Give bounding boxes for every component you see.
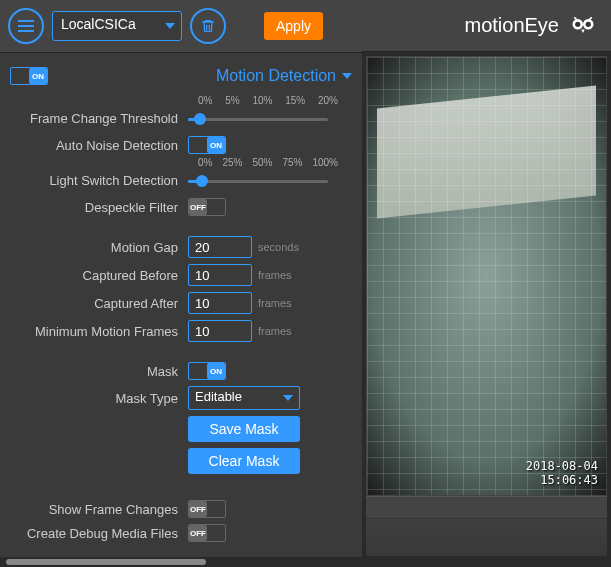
mask-label: Mask <box>8 364 188 379</box>
despeckle-filter-label: Despeckle Filter <box>8 200 188 215</box>
chevron-down-icon <box>283 395 293 401</box>
trash-icon <box>200 18 216 34</box>
chevron-down-icon <box>342 73 352 79</box>
motion-gap-label: Motion Gap <box>8 240 188 255</box>
unit-seconds: seconds <box>258 241 299 253</box>
show-frame-changes-label: Show Frame Changes <box>8 502 188 517</box>
minimum-motion-frames-label: Minimum Motion Frames <box>8 324 188 339</box>
owl-icon <box>569 12 597 40</box>
section-enable-toggle[interactable]: ON <box>10 67 48 85</box>
settings-header: LocalCSICa Apply <box>0 0 362 53</box>
mask-toggle[interactable]: ON <box>188 362 226 380</box>
light-switch-detection-slider[interactable] <box>188 174 328 188</box>
motion-detection-section-header[interactable]: ON Motion Detection <box>8 53 354 95</box>
brand-header: motionEye <box>362 0 611 52</box>
horizontal-scrollbar[interactable] <box>0 557 362 567</box>
light-switch-ticks: 0%25%50%75%100% <box>198 157 338 168</box>
frame-change-threshold-label: Frame Change Threshold <box>8 111 188 126</box>
auto-noise-detection-label: Auto Noise Detection <box>8 138 188 153</box>
create-debug-media-toggle[interactable]: OFF <box>188 524 226 542</box>
unit-frames: frames <box>258 325 292 337</box>
captured-before-label: Captured Before <box>8 268 188 283</box>
unit-frames: frames <box>258 297 292 309</box>
apply-button[interactable]: Apply <box>264 12 323 40</box>
delete-camera-button[interactable] <box>190 8 226 44</box>
frame-change-threshold-slider[interactable] <box>188 112 328 126</box>
create-debug-media-label: Create Debug Media Files <box>8 526 188 541</box>
brand-title: motionEye <box>465 14 560 37</box>
captured-before-input[interactable] <box>188 264 252 286</box>
camera-selector[interactable]: LocalCSICa <box>52 11 182 41</box>
settings-body: ON Motion Detection 0%5%10%15%20% Frame … <box>0 53 362 557</box>
mask-type-label: Mask Type <box>8 391 188 406</box>
menu-button[interactable] <box>8 8 44 44</box>
light-switch-detection-label: Light Switch Detection <box>8 173 188 188</box>
svg-point-2 <box>575 21 580 26</box>
chevron-down-icon <box>165 23 175 29</box>
mask-grid-overlay <box>367 57 606 495</box>
preview-timestamp: 2018-08-04 15:06:43 <box>526 459 598 487</box>
mask-type-select[interactable]: Editable <box>188 386 300 410</box>
auto-noise-detection-toggle[interactable]: ON <box>188 136 226 154</box>
show-frame-changes-toggle[interactable]: OFF <box>188 500 226 518</box>
minimum-motion-frames-input[interactable] <box>188 320 252 342</box>
preview-controls-panel <box>366 496 607 556</box>
despeckle-filter-toggle[interactable]: OFF <box>188 198 226 216</box>
svg-point-3 <box>586 21 591 26</box>
motion-gap-input[interactable] <box>188 236 252 258</box>
scrollbar-thumb[interactable] <box>6 559 206 565</box>
threshold-ticks: 0%5%10%15%20% <box>198 95 338 106</box>
captured-after-input[interactable] <box>188 292 252 314</box>
section-title: Motion Detection <box>216 67 336 85</box>
save-mask-button[interactable]: Save Mask <box>188 416 300 442</box>
unit-frames: frames <box>258 269 292 281</box>
captured-after-label: Captured After <box>8 296 188 311</box>
camera-preview-area: 2018-08-04 15:06:43 <box>362 52 611 567</box>
camera-preview[interactable]: 2018-08-04 15:06:43 <box>366 56 607 496</box>
clear-mask-button[interactable]: Clear Mask <box>188 448 300 474</box>
motion-notifications-section-header[interactable]: Motion Notifications <box>8 545 354 557</box>
camera-name: LocalCSICa <box>61 16 136 32</box>
